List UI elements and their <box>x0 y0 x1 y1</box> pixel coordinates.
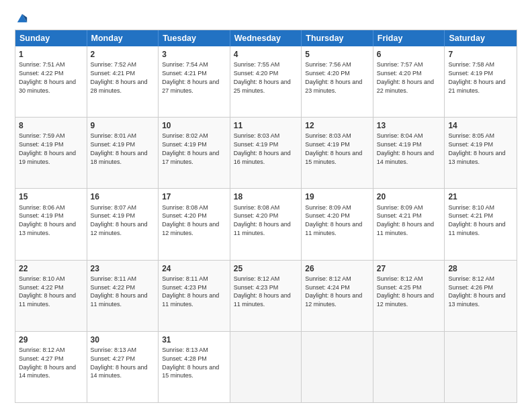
day-number: 31 <box>162 334 226 345</box>
day-number: 20 <box>377 191 441 202</box>
day-cell-15: 15Sunrise: 8:06 AM Sunset: 4:19 PM Dayli… <box>15 189 87 259</box>
day-info: Sunrise: 7:58 AM Sunset: 4:19 PM Dayligh… <box>448 61 505 93</box>
day-number: 14 <box>448 120 513 131</box>
day-number: 7 <box>448 49 513 60</box>
day-cell-3: 3Sunrise: 7:54 AM Sunset: 4:21 PM Daylig… <box>159 46 230 117</box>
day-info: Sunrise: 8:13 AM Sunset: 4:28 PM Dayligh… <box>162 347 219 379</box>
calendar-header: SundayMondayTuesdayWednesdayThursdayFrid… <box>15 30 517 46</box>
day-info: Sunrise: 8:05 AM Sunset: 4:19 PM Dayligh… <box>448 132 505 165</box>
day-number: 18 <box>234 191 298 202</box>
day-info: Sunrise: 8:09 AM Sunset: 4:20 PM Dayligh… <box>305 204 362 236</box>
day-number: 21 <box>448 191 513 202</box>
day-cell-14: 14Sunrise: 8:05 AM Sunset: 4:19 PM Dayli… <box>445 118 517 188</box>
day-cell-10: 10Sunrise: 8:02 AM Sunset: 4:19 PM Dayli… <box>159 118 230 188</box>
header-day-thursday: Thursday <box>302 30 373 46</box>
day-info: Sunrise: 8:12 AM Sunset: 4:23 PM Dayligh… <box>234 275 291 308</box>
empty-cell <box>373 332 445 402</box>
day-info: Sunrise: 8:12 AM Sunset: 4:25 PM Dayligh… <box>377 275 434 308</box>
day-number: 6 <box>377 49 441 60</box>
page: SundayMondayTuesdayWednesdayThursdayFrid… <box>0 0 532 411</box>
calendar-week-4: 22Sunrise: 8:10 AM Sunset: 4:22 PM Dayli… <box>15 260 517 331</box>
day-number: 27 <box>377 263 441 274</box>
day-info: Sunrise: 8:11 AM Sunset: 4:23 PM Dayligh… <box>162 275 219 308</box>
day-info: Sunrise: 7:52 AM Sunset: 4:21 PM Dayligh… <box>91 61 148 93</box>
day-cell-22: 22Sunrise: 8:10 AM Sunset: 4:22 PM Dayli… <box>15 261 87 331</box>
day-number: 15 <box>19 191 83 202</box>
day-cell-5: 5Sunrise: 7:56 AM Sunset: 4:20 PM Daylig… <box>302 46 373 117</box>
day-cell-27: 27Sunrise: 8:12 AM Sunset: 4:25 PM Dayli… <box>373 261 445 331</box>
day-info: Sunrise: 7:51 AM Sunset: 4:22 PM Dayligh… <box>19 61 76 93</box>
day-info: Sunrise: 8:03 AM Sunset: 4:19 PM Dayligh… <box>234 132 291 165</box>
day-number: 3 <box>162 49 226 60</box>
day-number: 24 <box>162 263 226 274</box>
day-cell-7: 7Sunrise: 7:58 AM Sunset: 4:19 PM Daylig… <box>445 46 517 117</box>
day-number: 22 <box>19 263 83 274</box>
day-number: 1 <box>19 49 83 60</box>
day-info: Sunrise: 8:12 AM Sunset: 4:27 PM Dayligh… <box>19 347 76 379</box>
day-cell-23: 23Sunrise: 8:11 AM Sunset: 4:22 PM Dayli… <box>87 261 159 331</box>
calendar-body: 1Sunrise: 7:51 AM Sunset: 4:22 PM Daylig… <box>15 46 517 402</box>
day-number: 13 <box>377 120 441 131</box>
day-info: Sunrise: 8:10 AM Sunset: 4:21 PM Dayligh… <box>448 204 505 236</box>
empty-cell <box>230 332 302 402</box>
day-cell-11: 11Sunrise: 8:03 AM Sunset: 4:19 PM Dayli… <box>230 118 302 188</box>
day-number: 2 <box>91 49 155 60</box>
day-cell-12: 12Sunrise: 8:03 AM Sunset: 4:19 PM Dayli… <box>302 118 373 188</box>
day-cell-1: 1Sunrise: 7:51 AM Sunset: 4:22 PM Daylig… <box>15 46 87 117</box>
day-cell-19: 19Sunrise: 8:09 AM Sunset: 4:20 PM Dayli… <box>302 189 373 259</box>
day-cell-24: 24Sunrise: 8:11 AM Sunset: 4:23 PM Dayli… <box>159 261 230 331</box>
day-cell-6: 6Sunrise: 7:57 AM Sunset: 4:20 PM Daylig… <box>373 46 445 117</box>
day-info: Sunrise: 7:57 AM Sunset: 4:20 PM Dayligh… <box>377 61 434 93</box>
day-cell-31: 31Sunrise: 8:13 AM Sunset: 4:28 PM Dayli… <box>159 332 230 402</box>
logo-text <box>15 12 28 24</box>
day-cell-17: 17Sunrise: 8:08 AM Sunset: 4:20 PM Dayli… <box>159 189 230 259</box>
day-info: Sunrise: 8:04 AM Sunset: 4:19 PM Dayligh… <box>377 132 434 165</box>
day-number: 16 <box>91 191 155 202</box>
day-number: 12 <box>305 120 369 131</box>
day-cell-20: 20Sunrise: 8:09 AM Sunset: 4:21 PM Dayli… <box>373 189 445 259</box>
logo <box>15 12 28 23</box>
day-cell-9: 9Sunrise: 8:01 AM Sunset: 4:19 PM Daylig… <box>87 118 159 188</box>
day-number: 19 <box>305 191 369 202</box>
day-info: Sunrise: 8:12 AM Sunset: 4:24 PM Dayligh… <box>305 275 362 308</box>
header <box>15 12 517 23</box>
day-number: 4 <box>234 49 298 60</box>
day-number: 9 <box>91 120 155 131</box>
header-day-saturday: Saturday <box>445 30 517 46</box>
header-day-monday: Monday <box>87 30 159 46</box>
day-cell-16: 16Sunrise: 8:07 AM Sunset: 4:19 PM Dayli… <box>87 189 159 259</box>
day-info: Sunrise: 8:12 AM Sunset: 4:26 PM Dayligh… <box>448 275 505 308</box>
day-cell-2: 2Sunrise: 7:52 AM Sunset: 4:21 PM Daylig… <box>87 46 159 117</box>
calendar-week-2: 8Sunrise: 7:59 AM Sunset: 4:19 PM Daylig… <box>15 117 517 188</box>
day-info: Sunrise: 8:08 AM Sunset: 4:20 PM Dayligh… <box>234 204 291 236</box>
day-number: 17 <box>162 191 226 202</box>
day-number: 28 <box>448 263 513 274</box>
day-cell-18: 18Sunrise: 8:08 AM Sunset: 4:20 PM Dayli… <box>230 189 302 259</box>
empty-cell <box>445 332 517 402</box>
calendar: SundayMondayTuesdayWednesdayThursdayFrid… <box>15 30 517 403</box>
day-number: 8 <box>19 120 83 131</box>
day-info: Sunrise: 8:07 AM Sunset: 4:19 PM Dayligh… <box>91 204 148 236</box>
day-info: Sunrise: 8:03 AM Sunset: 4:19 PM Dayligh… <box>305 132 362 165</box>
day-info: Sunrise: 8:06 AM Sunset: 4:19 PM Dayligh… <box>19 204 76 236</box>
day-cell-30: 30Sunrise: 8:13 AM Sunset: 4:27 PM Dayli… <box>87 332 159 402</box>
day-cell-29: 29Sunrise: 8:12 AM Sunset: 4:27 PM Dayli… <box>15 332 87 402</box>
header-day-wednesday: Wednesday <box>230 30 302 46</box>
day-info: Sunrise: 7:56 AM Sunset: 4:20 PM Dayligh… <box>305 61 362 93</box>
day-info: Sunrise: 8:11 AM Sunset: 4:22 PM Dayligh… <box>91 275 148 308</box>
day-cell-25: 25Sunrise: 8:12 AM Sunset: 4:23 PM Dayli… <box>230 261 302 331</box>
day-number: 11 <box>234 120 298 131</box>
header-day-friday: Friday <box>373 30 445 46</box>
logo-icon <box>16 12 28 24</box>
day-cell-26: 26Sunrise: 8:12 AM Sunset: 4:24 PM Dayli… <box>302 261 373 331</box>
day-info: Sunrise: 7:55 AM Sunset: 4:20 PM Dayligh… <box>234 61 291 93</box>
day-info: Sunrise: 8:13 AM Sunset: 4:27 PM Dayligh… <box>91 347 148 379</box>
day-info: Sunrise: 8:01 AM Sunset: 4:19 PM Dayligh… <box>91 132 148 165</box>
day-number: 30 <box>91 334 155 345</box>
day-number: 26 <box>305 263 369 274</box>
day-info: Sunrise: 7:59 AM Sunset: 4:19 PM Dayligh… <box>19 132 76 165</box>
day-number: 29 <box>19 334 83 345</box>
day-cell-13: 13Sunrise: 8:04 AM Sunset: 4:19 PM Dayli… <box>373 118 445 188</box>
header-day-sunday: Sunday <box>15 30 87 46</box>
day-number: 25 <box>234 263 298 274</box>
